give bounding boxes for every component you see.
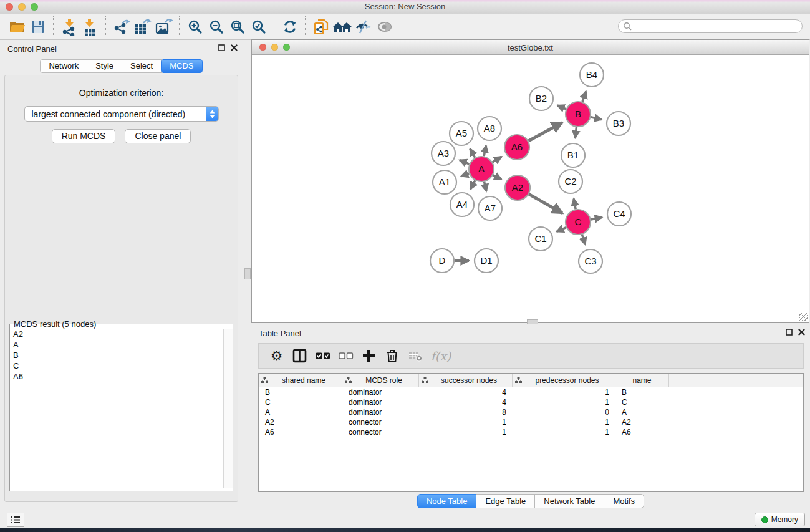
graph-edge-B-B2[interactable] — [557, 105, 566, 109]
graph-edge-A2-C[interactable] — [529, 194, 562, 213]
graph-node-label: B — [575, 109, 581, 119]
column-header[interactable]: successor nodes — [419, 374, 513, 387]
export-network-icon[interactable] — [111, 17, 132, 37]
graph-edge-B-B1[interactable] — [575, 127, 576, 138]
open-session-icon[interactable] — [6, 17, 27, 37]
show-hidden-icon[interactable] — [374, 17, 395, 37]
float-panel-icon[interactable] — [218, 44, 225, 51]
table-cell: C — [615, 398, 669, 407]
result-list-scrollbar[interactable] — [223, 329, 233, 488]
graph-edge-C-C1[interactable] — [557, 228, 566, 232]
export-image-icon[interactable] — [153, 17, 175, 37]
graph-edge-A-A3[interactable] — [460, 160, 470, 164]
result-item[interactable]: A6 — [10, 371, 224, 382]
result-item[interactable]: A — [10, 339, 224, 350]
close-panel-button[interactable]: Close panel — [125, 129, 191, 143]
table-toolbar: ⚙ f(x) — [258, 343, 804, 369]
vertical-splitter-grip[interactable] — [244, 268, 251, 279]
graph-edge-A-A2[interactable] — [493, 175, 502, 180]
tab-network-table[interactable]: Network Table — [534, 494, 604, 508]
tab-select[interactable]: Select — [122, 59, 162, 73]
table-row[interactable]: A6connector11A6 — [259, 427, 803, 437]
criterion-dropdown[interactable]: largest connected component (directed) — [24, 106, 219, 122]
table-settings-icon[interactable]: ⚙ — [265, 346, 288, 367]
graph-edge-A-A8[interactable] — [484, 145, 486, 156]
table-cell: B — [259, 388, 342, 397]
result-item[interactable]: C — [10, 360, 224, 371]
import-table-icon[interactable] — [80, 17, 101, 37]
graph-edge-A6-B[interactable] — [528, 123, 562, 141]
graph-edge-A-A4[interactable] — [470, 180, 475, 189]
graph-edge-A-A1[interactable] — [461, 173, 469, 177]
graph-edge-C-C3[interactable] — [582, 235, 585, 244]
mcds-result-list[interactable]: A2ABCA6 — [10, 329, 224, 488]
float-panel-icon[interactable] — [786, 329, 793, 336]
zoom-fit-icon[interactable] — [227, 17, 248, 37]
tab-style[interactable]: Style — [87, 59, 122, 73]
table-cell: 0 — [513, 408, 615, 417]
zoom-in-icon[interactable] — [185, 17, 206, 37]
memory-status-icon — [761, 516, 768, 523]
table-row[interactable]: Adominator80A — [259, 407, 803, 417]
delete-columns-icon[interactable] — [380, 346, 403, 367]
clone-network-icon[interactable] — [311, 17, 332, 37]
graph-node-label: C3 — [584, 256, 596, 266]
network-window-titlebar[interactable]: testGlobe.txt — [252, 40, 809, 55]
table-cell: 4 — [419, 388, 513, 397]
hide-selected-icon[interactable] — [353, 17, 374, 37]
list-icon — [11, 516, 21, 524]
close-panel-icon[interactable] — [798, 329, 805, 336]
select-all-icon[interactable] — [311, 346, 334, 367]
table-row[interactable]: Bdominator41B — [259, 387, 803, 397]
import-network-icon[interactable] — [59, 17, 80, 37]
first-neighbors-icon[interactable] — [332, 17, 353, 37]
graph-node-label: A4 — [456, 199, 468, 210]
function-builder-icon[interactable]: f(x) — [427, 346, 455, 367]
graph-edge-A-A6[interactable] — [493, 157, 501, 162]
status-bar: Memory — [0, 510, 810, 528]
search-input[interactable] — [632, 20, 802, 32]
mcds-result-box: MCDS result (5 nodes) A2ABCA6 — [9, 319, 233, 491]
deselect-all-icon[interactable] — [334, 346, 357, 367]
task-history-button[interactable] — [7, 513, 24, 527]
memory-button[interactable]: Memory — [755, 513, 805, 526]
table-row[interactable]: A2connector11A2 — [259, 417, 803, 427]
network-canvas[interactable]: AA1A2A3A4A5A6A7A8BB1B2B3B4CC1C2C3C4DD1 — [252, 55, 809, 322]
table-cell: A2 — [615, 418, 669, 427]
graph-edge-B-B4[interactable] — [582, 91, 586, 102]
zoom-selected-icon[interactable] — [248, 17, 269, 37]
column-header[interactable]: predecessor nodes — [513, 374, 615, 387]
close-panel-icon[interactable] — [231, 44, 238, 51]
node-table[interactable]: shared nameMCDS rolesuccessor nodesprede… — [258, 373, 804, 492]
column-header[interactable]: MCDS role — [342, 374, 419, 387]
add-column-icon[interactable] — [357, 346, 380, 367]
result-item[interactable]: A2 — [10, 329, 224, 339]
table-body: Bdominator41BCdominator41CAdominator80AA… — [259, 387, 803, 437]
export-table-icon[interactable] — [132, 17, 153, 37]
window-resize-grip[interactable] — [799, 313, 808, 321]
tab-edge-table[interactable]: Edge Table — [476, 494, 535, 508]
tab-network[interactable]: Network — [40, 59, 87, 73]
graph-edge-A-A5[interactable] — [470, 148, 475, 157]
tab-node-table[interactable]: Node Table — [417, 494, 477, 508]
table-cell: dominator — [342, 388, 419, 397]
result-item[interactable]: B — [10, 350, 224, 360]
tab-motifs[interactable]: Motifs — [604, 494, 644, 508]
criterion-value: largest connected component (directed) — [25, 109, 206, 119]
graph-edge-C-C4[interactable] — [591, 217, 602, 220]
toggle-columns-icon[interactable] — [288, 346, 311, 367]
column-header[interactable]: name — [615, 374, 669, 387]
network-graph[interactable]: AA1A2A3A4A5A6A7A8BB1B2B3B4CC1C2C3C4DD1 — [252, 55, 809, 322]
graph-edge-C-C2[interactable] — [574, 199, 576, 210]
run-mcds-button[interactable]: Run MCDS — [52, 129, 116, 143]
zoom-out-icon[interactable] — [206, 17, 227, 37]
column-header[interactable]: shared name — [259, 374, 342, 387]
graph-edge-A-A7[interactable] — [485, 181, 486, 191]
save-session-icon[interactable] — [27, 17, 49, 37]
refresh-layout-icon[interactable] — [279, 17, 301, 37]
delete-table-icon[interactable] — [403, 346, 427, 367]
graph-edge-B-B3[interactable] — [591, 117, 601, 120]
table-row[interactable]: Cdominator41C — [259, 397, 803, 407]
search-field[interactable] — [618, 19, 803, 33]
tab-mcds[interactable]: MCDS — [161, 59, 202, 73]
